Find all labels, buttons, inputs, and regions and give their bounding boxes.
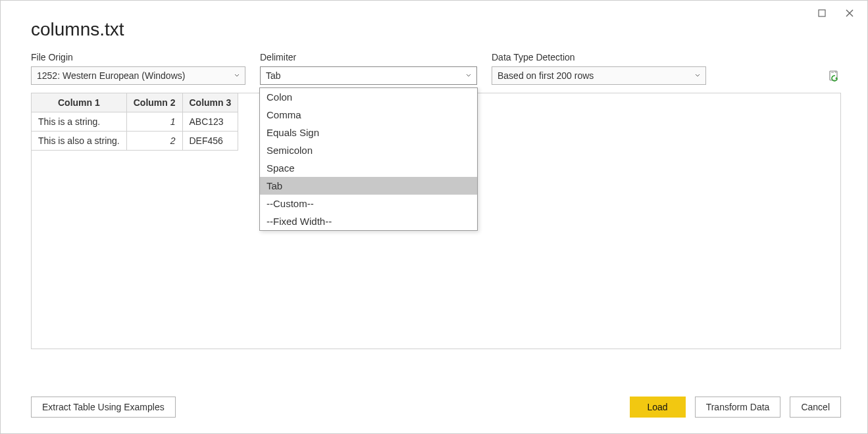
refresh-icon[interactable] bbox=[828, 70, 841, 84]
column-header: Column 2 bbox=[126, 93, 182, 112]
preview-area: Column 1 Column 2 Column 3 This is a str… bbox=[31, 93, 841, 349]
dialog-title: columns.txt bbox=[31, 19, 841, 40]
file-origin-combo[interactable]: 1252: Western European (Windows) bbox=[31, 66, 245, 85]
close-icon[interactable] bbox=[845, 9, 854, 18]
cell: ABC123 bbox=[182, 112, 238, 132]
file-origin-value: 1252: Western European (Windows) bbox=[37, 70, 185, 81]
column-header: Column 1 bbox=[32, 93, 127, 112]
load-button[interactable]: Load bbox=[630, 397, 686, 418]
transform-data-button[interactable]: Transform Data bbox=[695, 397, 781, 418]
svg-marker-4 bbox=[835, 77, 837, 80]
svg-rect-0 bbox=[819, 10, 825, 16]
table-row: This is also a string. 2 DEF456 bbox=[32, 132, 238, 151]
delimiter-option-custom[interactable]: --Custom-- bbox=[260, 195, 477, 212]
delimiter-option-fixed-width[interactable]: --Fixed Width-- bbox=[260, 212, 477, 230]
detection-group: Data Type Detection Based on first 200 r… bbox=[492, 52, 706, 85]
delimiter-option-comma[interactable]: Comma bbox=[260, 106, 477, 124]
delimiter-option-semicolon[interactable]: Semicolon bbox=[260, 141, 477, 159]
file-origin-group: File Origin 1252: Western European (Wind… bbox=[31, 52, 245, 85]
cell: This is also a string. bbox=[32, 132, 127, 151]
table-header-row: Column 1 Column 2 Column 3 bbox=[32, 93, 238, 112]
maximize-icon[interactable] bbox=[817, 9, 827, 18]
delimiter-combo[interactable]: Tab bbox=[260, 66, 477, 85]
detection-label: Data Type Detection bbox=[492, 52, 706, 62]
delimiter-option-colon[interactable]: Colon bbox=[260, 88, 477, 106]
cell: 1 bbox=[126, 112, 182, 132]
import-options-row: File Origin 1252: Western European (Wind… bbox=[31, 52, 841, 85]
extract-table-button[interactable]: Extract Table Using Examples bbox=[31, 397, 176, 418]
table-row: This is a string. 1 ABC123 bbox=[32, 112, 238, 132]
chevron-down-icon bbox=[695, 73, 700, 78]
chevron-down-icon bbox=[466, 73, 471, 78]
detection-combo[interactable]: Based on first 200 rows bbox=[492, 66, 706, 85]
navigator-dialog: columns.txt File Origin 1252: Western Eu… bbox=[0, 0, 868, 434]
delimiter-dropdown-list: Colon Comma Equals Sign Semicolon Space … bbox=[259, 87, 478, 231]
cancel-button[interactable]: Cancel bbox=[790, 397, 841, 418]
delimiter-value: Tab bbox=[266, 70, 281, 81]
delimiter-option-space[interactable]: Space bbox=[260, 159, 477, 177]
chevron-down-icon bbox=[234, 73, 240, 78]
window-controls bbox=[817, 9, 854, 18]
delimiter-option-tab[interactable]: Tab bbox=[260, 177, 477, 195]
cell: This is a string. bbox=[32, 112, 127, 132]
dialog-footer: Extract Table Using Examples Load Transf… bbox=[31, 397, 841, 418]
detection-value: Based on first 200 rows bbox=[498, 70, 594, 81]
cell: 2 bbox=[126, 132, 182, 151]
preview-table: Column 1 Column 2 Column 3 This is a str… bbox=[31, 93, 238, 151]
delimiter-group: Delimiter Tab bbox=[260, 52, 477, 85]
column-header: Column 3 bbox=[182, 93, 238, 112]
file-origin-label: File Origin bbox=[31, 52, 245, 62]
delimiter-option-equals-sign[interactable]: Equals Sign bbox=[260, 124, 477, 141]
cell: DEF456 bbox=[182, 132, 238, 151]
delimiter-label: Delimiter bbox=[260, 52, 477, 62]
